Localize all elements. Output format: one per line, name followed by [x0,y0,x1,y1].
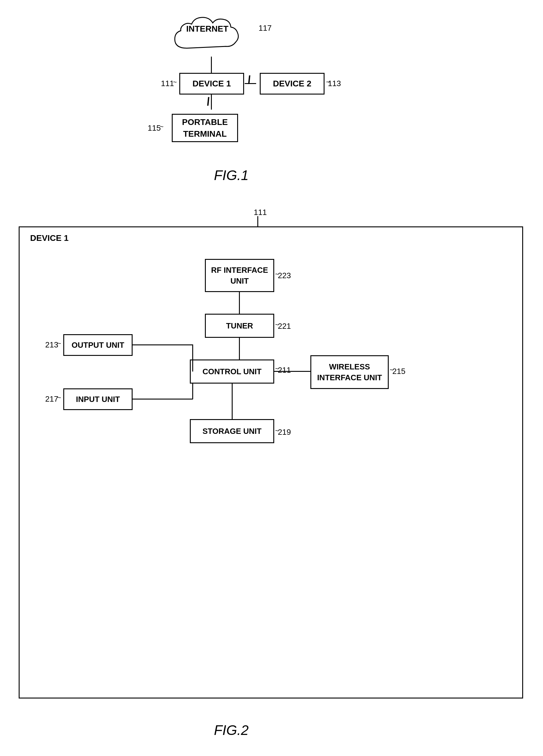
fig2-outer-box [19,226,523,698]
line-tuner-to-control [239,338,240,359]
tuner-box: TUNER [205,314,274,338]
input-unit-box: INPUT UNIT [63,388,133,410]
internet-ref: 117 [258,23,272,33]
line-control-to-wireless [274,371,311,372]
lightning-d1-portable: / [206,95,210,108]
device1-box: DEVICE 1 [179,73,244,95]
line-d1-d2 [245,83,256,84]
fig2-device1-ref-top: 111 [254,208,267,217]
device1-ref: 111 [161,79,174,88]
fig2-device1-label: DEVICE 1 [30,233,69,243]
device1-label: DEVICE 1 [192,78,231,89]
input-unit-ref: 217 [45,394,58,404]
lightning-d1-d2: / [247,73,251,87]
wireless-ref-tilde: ~ [390,366,394,374]
tuner-ref: 221 [278,322,291,331]
line-input-to-control-v [192,384,193,399]
control-unit-ref: 211 [278,366,291,375]
storage-unit-box: STORAGE UNIT [190,419,274,443]
fig1-title: FIG.1 [214,167,248,183]
output-ref-tilde: ~ [57,340,61,347]
portable-label: PORTABLE TERMINAL [182,116,228,140]
rf-interface-label: RF INTERFACE UNIT [211,265,268,287]
control-unit-box: CONTROL UNIT [190,359,274,384]
rf-ref-tilde: ~ [275,270,279,278]
input-ref-tilde: ~ [57,394,61,402]
device1-ref-tilde: ~ [173,78,177,86]
tuner-ref-tilde: ~ [275,321,279,329]
portable-terminal-box: PORTABLE TERMINAL [172,114,238,142]
line-cloud-to-device1 [211,57,212,73]
wireless-interface-box: WIRELESS INTERFACE UNIT [311,355,389,389]
portable-ref-tilde: ~ [160,123,164,131]
storage-unit-label: STORAGE UNIT [202,426,261,437]
portable-ref: 115 [148,123,161,133]
page: INTERNET 117 DEVICE 1 111 ~ / DEVICE 2 1… [0,0,543,756]
line-d1-to-portable [211,95,212,110]
output-unit-box: OUTPUT UNIT [63,334,133,356]
storage-unit-ref: 219 [278,428,291,437]
input-unit-label: INPUT UNIT [76,394,120,405]
line-rf-to-tuner [239,292,240,314]
line-output-to-control-vert [192,344,193,372]
line-output-to-control [133,344,193,345]
device2-ref-tilde: ~ [326,78,330,86]
fig2-title: FIG.2 [214,722,248,738]
tuner-label: TUNER [226,320,253,331]
internet-label: INTERNET [186,24,228,34]
rf-interface-ref: 223 [278,271,291,280]
output-unit-ref: 213 [45,340,58,350]
control-unit-label: CONTROL UNIT [202,366,261,377]
wireless-ref: 215 [392,367,405,376]
rf-interface-box: RF INTERFACE UNIT [205,259,274,292]
line-input-to-control-h [133,399,193,400]
line-control-to-storage [232,384,232,419]
line-ref111-to-box [257,216,258,226]
output-unit-label: OUTPUT UNIT [72,340,124,350]
device2-label: DEVICE 2 [273,78,312,89]
storage-ref-tilde: ~ [275,427,279,435]
device2-box: DEVICE 2 [260,73,325,95]
wireless-interface-label: WIRELESS INTERFACE UNIT [317,361,382,383]
